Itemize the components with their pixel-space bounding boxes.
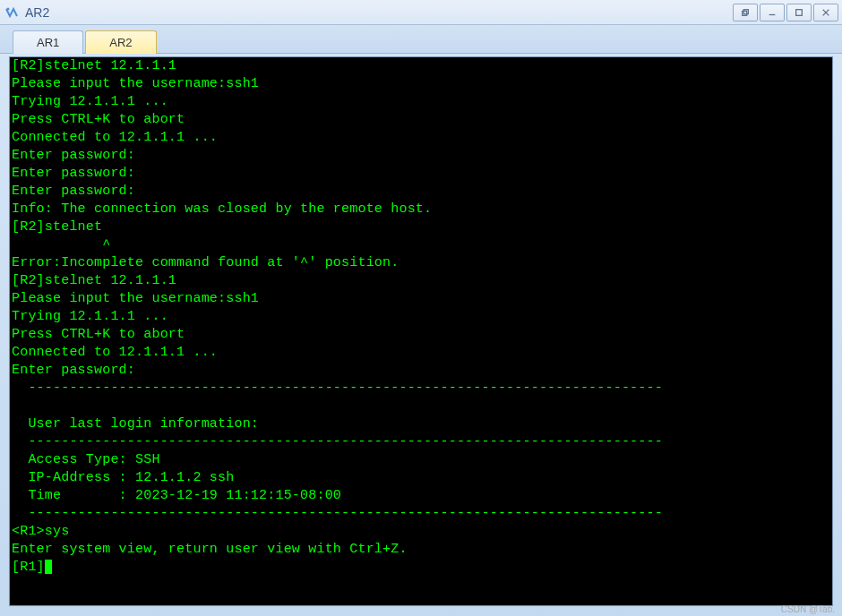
watermark: CSDN @Tab.: [781, 604, 835, 614]
terminal[interactable]: [R2]stelnet 12.1.1.1 Please input the us…: [10, 57, 832, 577]
title-bar: AR2: [0, 0, 842, 25]
close-button[interactable]: [813, 4, 838, 21]
app-icon: [4, 4, 20, 21]
svg-rect-2: [743, 9, 748, 13]
maximize-button[interactable]: [786, 4, 812, 21]
terminal-wrapper: [R2]stelnet 12.1.1.1 Please input the us…: [9, 56, 833, 606]
window-title: AR2: [25, 5, 733, 20]
tab-ar1[interactable]: AR1: [13, 30, 83, 54]
restore-window-button[interactable]: [733, 4, 758, 21]
minimize-button[interactable]: [760, 4, 785, 21]
window-controls: [733, 4, 838, 21]
tab-ar2[interactable]: AR2: [85, 30, 156, 54]
svg-point-0: [7, 7, 10, 10]
svg-rect-4: [796, 9, 803, 15]
tabs-bar: AR1 AR2: [0, 25, 842, 54]
svg-rect-1: [743, 11, 747, 15]
